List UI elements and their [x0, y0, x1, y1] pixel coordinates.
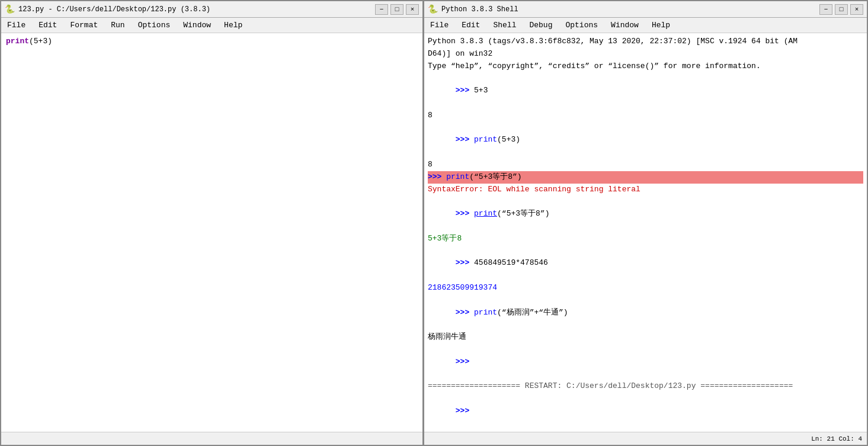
shell-cmd-5: >>> print(“杨雨润”+“牛通”) [428, 294, 863, 331]
shell-menu-file[interactable]: File [427, 20, 452, 31]
code-args: (5+3) [29, 37, 52, 46]
editor-minimize-button[interactable]: − [375, 4, 388, 15]
shell-prompt-7: >>> [456, 406, 474, 415]
shell-output-5: 杨雨润牛通 [428, 331, 863, 344]
shell-menu-debug[interactable]: Debug [526, 20, 556, 31]
shell-prompt-6: >>> [456, 357, 474, 366]
keyword-print: print [6, 37, 29, 46]
code-line-1: print(5+3) [6, 36, 418, 47]
editor-menu-file[interactable]: File [4, 20, 29, 31]
shell-titlebar: 🐍 Python 3.8.3 Shell − □ × [424, 1, 867, 18]
shell-restart-1: ==================== RESTART: C:/Users/d… [428, 380, 863, 393]
shell-args-3: (“5+3等于8”) [497, 209, 549, 218]
editor-close-button[interactable]: × [406, 4, 419, 15]
shell-title: Python 3.8.3 Shell [441, 5, 518, 14]
editor-title: 123.py - C:/Users/dell/Desktop/123.py (3… [18, 5, 210, 14]
shell-prompt-err: >>> [428, 171, 446, 184]
shell-keyword-err: print [446, 171, 469, 184]
editor-titlebar-controls: − □ × [375, 4, 419, 15]
editor-menu-run[interactable]: Run [107, 20, 128, 31]
shell-info-2: D64)] on win32 [428, 48, 863, 60]
shell-menu-shell[interactable]: Shell [489, 20, 520, 31]
shell-cmd-2: >>> print(5+3) [428, 122, 863, 159]
shell-args-2: (5+3) [497, 135, 520, 144]
shell-info-3: Type “help”, “copyright”, “credits” or “… [428, 60, 863, 73]
shell-titlebar-left: 🐍 Python 3.8.3 Shell [428, 4, 518, 14]
editor-menu-help[interactable]: Help [220, 20, 246, 31]
shell-output-3: 5+3等于8 [428, 233, 863, 245]
python-shell-icon: 🐍 [428, 4, 438, 14]
shell-output-1: 8 [428, 110, 863, 122]
shell-prompt-3: >>> [456, 209, 474, 218]
editor-maximize-button[interactable]: □ [390, 4, 403, 15]
editor-titlebar-left: 🐍 123.py - C:/Users/dell/Desktop/123.py … [5, 4, 210, 14]
shell-prompt-blank2: >>> [428, 393, 863, 429]
shell-cmd-4: >>> 456849519*478546 [428, 245, 863, 282]
shell-menubar: File Edit Shell Debug Options Window Hel… [424, 18, 867, 33]
shell-menu-options[interactable]: Options [562, 20, 601, 31]
shell-output-2: 8 [428, 159, 863, 171]
shell-keyword-print-2: print [474, 135, 497, 144]
shell-syntax-error: SyntaxError: EOL while scanning string l… [428, 184, 863, 196]
shell-menu-edit[interactable]: Edit [458, 20, 483, 31]
python-icon: 🐍 [5, 4, 15, 14]
shell-content[interactable]: Python 3.8.3 (tags/v3.8.3:6f8c832, May 1… [424, 33, 867, 432]
editor-menu-window[interactable]: Window [180, 20, 214, 31]
shell-prompt-1: >>> [456, 86, 474, 95]
editor-statusbar [1, 432, 422, 445]
editor-content[interactable]: print(5+3) [1, 33, 422, 432]
editor-window: 🐍 123.py - C:/Users/dell/Desktop/123.py … [0, 0, 424, 446]
shell-args-5: (“杨雨润”+“牛通”) [497, 308, 568, 317]
shell-titlebar-controls: − □ × [819, 4, 863, 15]
shell-prompt-blank: >>> [428, 344, 863, 380]
shell-code-1: 5+3 [474, 86, 488, 95]
editor-titlebar: 🐍 123.py - C:/Users/dell/Desktop/123.py … [1, 1, 422, 18]
shell-prompt-5: >>> [456, 308, 474, 317]
shell-status-text: Ln: 21 Col: 4 [811, 435, 862, 442]
shell-prompt-2: >>> [456, 135, 474, 144]
editor-menu-edit[interactable]: Edit [35, 20, 60, 31]
shell-menu-help[interactable]: Help [648, 20, 674, 31]
shell-window: 🐍 Python 3.8.3 Shell − □ × File Edit She… [424, 0, 868, 446]
editor-menu-format[interactable]: Format [66, 20, 101, 31]
shell-code-4: 456849519*478546 [474, 258, 548, 267]
editor-menu-options[interactable]: Options [134, 20, 174, 31]
editor-menubar: File Edit Format Run Options Window Help [1, 18, 422, 33]
shell-cmd-3: >>> print(“5+3等于8”) [428, 195, 863, 232]
shell-menu-window[interactable]: Window [607, 20, 642, 31]
shell-output-4: 218623509919374 [428, 282, 863, 294]
shell-prompt-4: >>> [456, 258, 474, 267]
shell-keyword-5: print [474, 308, 497, 317]
shell-minimize-button[interactable]: − [819, 4, 832, 15]
shell-close-button[interactable]: × [850, 4, 863, 15]
shell-maximize-button[interactable]: □ [835, 4, 848, 15]
shell-cmd-error: >>> print(“5+3等于8”) [428, 171, 863, 184]
shell-statusbar: Ln: 21 Col: 4 [424, 432, 867, 445]
shell-args-err: (“5+3等于8”) [469, 171, 521, 184]
shell-cmd-1: >>> 5+3 [428, 72, 863, 109]
shell-info-1: Python 3.8.3 (tags/v3.8.3:6f8c832, May 1… [428, 36, 863, 48]
shell-keyword-3: print [474, 209, 497, 218]
